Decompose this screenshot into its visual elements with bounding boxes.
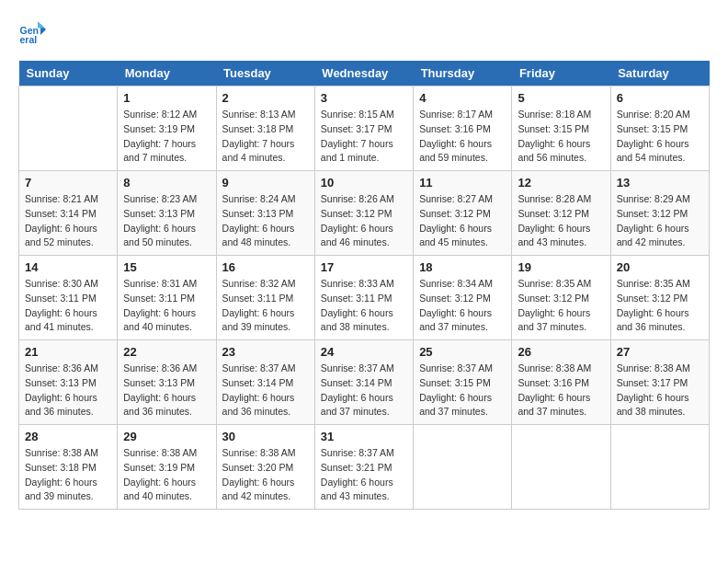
day-info: Sunrise: 8:36 AM Sunset: 3:13 PM Dayligh… [123,362,210,419]
calendar-body: 1Sunrise: 8:12 AM Sunset: 3:19 PM Daylig… [19,86,710,510]
day-number: 31 [321,430,407,443]
calendar-cell: 31Sunrise: 8:37 AM Sunset: 3:21 PM Dayli… [314,425,413,510]
calendar-cell: 28Sunrise: 8:38 AM Sunset: 3:18 PM Dayli… [19,425,118,510]
calendar-cell: 24Sunrise: 8:37 AM Sunset: 3:14 PM Dayli… [314,340,413,425]
day-info: Sunrise: 8:20 AM Sunset: 3:15 PM Dayligh… [617,108,703,166]
day-info: Sunrise: 8:12 AM Sunset: 3:19 PM Dayligh… [123,108,210,166]
day-info: Sunrise: 8:13 AM Sunset: 3:18 PM Dayligh… [222,108,309,166]
day-number: 12 [518,176,604,190]
calendar-cell [19,86,118,171]
day-info: Sunrise: 8:26 AM Sunset: 3:12 PM Dayligh… [321,192,407,250]
weekday-header-tuesday: Tuesday [216,61,314,86]
day-number: 6 [617,91,703,105]
svg-text:eral: eral [20,34,38,45]
calendar-week-5: 28Sunrise: 8:38 AM Sunset: 3:18 PM Dayli… [19,425,710,510]
day-info: Sunrise: 8:31 AM Sunset: 3:11 PM Dayligh… [123,277,210,335]
calendar-cell: 30Sunrise: 8:38 AM Sunset: 3:20 PM Dayli… [216,425,314,510]
calendar-cell: 21Sunrise: 8:36 AM Sunset: 3:13 PM Dayli… [19,340,118,425]
logo: Gen eral [18,18,50,46]
calendar-header: SundayMondayTuesdayWednesdayThursdayFrid… [19,61,710,86]
calendar-cell: 14Sunrise: 8:30 AM Sunset: 3:11 PM Dayli… [19,256,118,340]
day-info: Sunrise: 8:30 AM Sunset: 3:11 PM Dayligh… [25,277,111,335]
calendar-cell: 29Sunrise: 8:38 AM Sunset: 3:19 PM Dayli… [118,425,216,510]
day-number: 20 [617,260,703,274]
day-info: Sunrise: 8:37 AM Sunset: 3:14 PM Dayligh… [321,362,407,419]
day-number: 25 [419,345,506,359]
calendar-cell: 26Sunrise: 8:38 AM Sunset: 3:16 PM Dayli… [512,340,610,425]
page-header: Gen eral [18,18,710,46]
day-info: Sunrise: 8:38 AM Sunset: 3:17 PM Dayligh… [617,362,703,419]
calendar-week-2: 7Sunrise: 8:21 AM Sunset: 3:14 PM Daylig… [19,171,710,256]
day-info: Sunrise: 8:35 AM Sunset: 3:12 PM Dayligh… [617,277,703,335]
calendar-cell: 6Sunrise: 8:20 AM Sunset: 3:15 PM Daylig… [610,86,709,171]
day-number: 23 [222,345,309,359]
calendar-week-1: 1Sunrise: 8:12 AM Sunset: 3:19 PM Daylig… [19,86,710,171]
day-number: 19 [518,260,604,274]
weekday-header-sunday: Sunday [19,61,118,86]
calendar-cell: 19Sunrise: 8:35 AM Sunset: 3:12 PM Dayli… [512,256,610,340]
day-number: 21 [25,345,111,359]
weekday-header-wednesday: Wednesday [314,61,413,86]
day-number: 17 [321,260,407,274]
day-info: Sunrise: 8:38 AM Sunset: 3:16 PM Dayligh… [518,362,604,419]
day-number: 28 [25,430,111,443]
day-number: 29 [123,430,210,443]
calendar-cell: 17Sunrise: 8:33 AM Sunset: 3:11 PM Dayli… [314,256,413,340]
day-number: 7 [25,176,111,190]
day-number: 3 [321,91,407,105]
calendar-cell: 23Sunrise: 8:37 AM Sunset: 3:14 PM Dayli… [216,340,314,425]
day-info: Sunrise: 8:38 AM Sunset: 3:20 PM Dayligh… [222,446,309,504]
day-number: 5 [518,91,604,105]
calendar-week-4: 21Sunrise: 8:36 AM Sunset: 3:13 PM Dayli… [19,340,710,425]
day-info: Sunrise: 8:28 AM Sunset: 3:12 PM Dayligh… [518,192,604,250]
weekday-header-monday: Monday [118,61,216,86]
day-info: Sunrise: 8:36 AM Sunset: 3:13 PM Dayligh… [25,362,111,419]
calendar-cell: 18Sunrise: 8:34 AM Sunset: 3:12 PM Dayli… [414,256,512,340]
day-info: Sunrise: 8:38 AM Sunset: 3:18 PM Dayligh… [25,446,111,504]
weekday-header-thursday: Thursday [414,61,512,86]
day-info: Sunrise: 8:37 AM Sunset: 3:21 PM Dayligh… [321,446,407,504]
calendar-cell: 15Sunrise: 8:31 AM Sunset: 3:11 PM Dayli… [118,256,216,340]
day-number: 11 [419,176,506,190]
calendar-cell: 1Sunrise: 8:12 AM Sunset: 3:19 PM Daylig… [118,86,216,171]
day-info: Sunrise: 8:35 AM Sunset: 3:12 PM Dayligh… [518,277,604,335]
calendar-cell: 27Sunrise: 8:38 AM Sunset: 3:17 PM Dayli… [610,340,709,425]
day-number: 30 [222,430,309,443]
day-info: Sunrise: 8:29 AM Sunset: 3:12 PM Dayligh… [617,192,703,250]
weekday-header-saturday: Saturday [610,61,709,86]
day-number: 18 [419,260,506,274]
calendar-cell: 4Sunrise: 8:17 AM Sunset: 3:16 PM Daylig… [414,86,512,171]
day-number: 10 [321,176,407,190]
calendar-cell: 13Sunrise: 8:29 AM Sunset: 3:12 PM Dayli… [610,171,709,256]
logo-icon: Gen eral [18,18,46,46]
calendar-cell: 12Sunrise: 8:28 AM Sunset: 3:12 PM Dayli… [512,171,610,256]
calendar-week-3: 14Sunrise: 8:30 AM Sunset: 3:11 PM Dayli… [19,256,710,340]
calendar-table: SundayMondayTuesdayWednesdayThursdayFrid… [18,61,710,510]
day-number: 22 [123,345,210,359]
calendar-cell: 8Sunrise: 8:23 AM Sunset: 3:13 PM Daylig… [118,171,216,256]
calendar-cell: 11Sunrise: 8:27 AM Sunset: 3:12 PM Dayli… [414,171,512,256]
day-number: 16 [222,260,309,274]
day-number: 2 [222,91,309,105]
day-info: Sunrise: 8:24 AM Sunset: 3:13 PM Dayligh… [222,192,309,250]
day-info: Sunrise: 8:37 AM Sunset: 3:15 PM Dayligh… [419,362,506,419]
day-info: Sunrise: 8:37 AM Sunset: 3:14 PM Dayligh… [222,362,309,419]
calendar-cell: 10Sunrise: 8:26 AM Sunset: 3:12 PM Dayli… [314,171,413,256]
day-info: Sunrise: 8:27 AM Sunset: 3:12 PM Dayligh… [419,192,506,250]
calendar-cell: 22Sunrise: 8:36 AM Sunset: 3:13 PM Dayli… [118,340,216,425]
calendar-cell [512,425,610,510]
day-info: Sunrise: 8:18 AM Sunset: 3:15 PM Dayligh… [518,108,604,166]
day-info: Sunrise: 8:32 AM Sunset: 3:11 PM Dayligh… [222,277,309,335]
calendar-cell: 3Sunrise: 8:15 AM Sunset: 3:17 PM Daylig… [314,86,413,171]
day-number: 1 [123,91,210,105]
svg-marker-3 [38,21,45,29]
day-number: 26 [518,345,604,359]
calendar-cell: 2Sunrise: 8:13 AM Sunset: 3:18 PM Daylig… [216,86,314,171]
day-number: 9 [222,176,309,190]
calendar-cell: 5Sunrise: 8:18 AM Sunset: 3:15 PM Daylig… [512,86,610,171]
day-number: 8 [123,176,210,190]
calendar-cell: 7Sunrise: 8:21 AM Sunset: 3:14 PM Daylig… [19,171,118,256]
day-number: 4 [419,91,506,105]
day-number: 13 [617,176,703,190]
day-info: Sunrise: 8:38 AM Sunset: 3:19 PM Dayligh… [123,446,210,504]
